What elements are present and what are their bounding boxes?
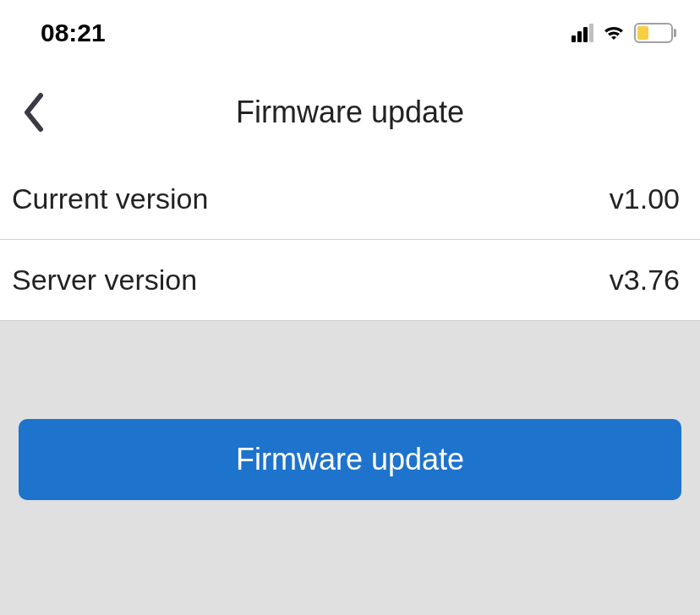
page-title: Firmware update [236,95,464,130]
nav-bar: Firmware update [0,66,700,159]
button-container: Firmware update [0,321,700,500]
current-version-row: Current version v1.00 [0,159,700,240]
status-bar: 08:21 [0,0,700,66]
status-time: 08:21 [41,19,106,47]
firmware-update-button[interactable]: Firmware update [19,419,681,500]
server-version-label: Server version [12,264,197,297]
status-icons [571,23,676,43]
wifi-icon [600,23,627,43]
current-version-label: Current version [12,182,208,215]
version-list: Current version v1.00 Server version v3.… [0,159,700,321]
battery-icon [634,23,676,43]
current-version-value: v1.00 [610,182,680,215]
cellular-signal-icon [571,24,593,42]
server-version-row: Server version v3.76 [0,240,700,321]
back-button[interactable] [17,87,51,138]
server-version-value: v3.76 [610,264,680,297]
chevron-left-icon [24,92,44,133]
